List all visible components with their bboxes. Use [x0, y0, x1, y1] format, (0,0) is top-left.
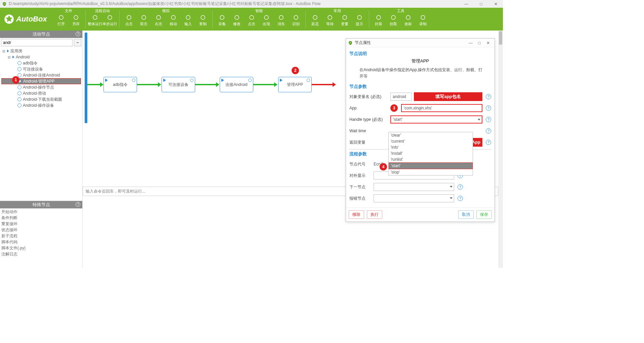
ribbon-item[interactable]: 输入 — [181, 14, 196, 27]
ribbon-item[interactable]: 右击 — [151, 14, 166, 27]
help-icon[interactable]: ? — [486, 94, 491, 99]
svg-point-1 — [59, 15, 63, 19]
param-label: 节点代号 — [349, 161, 372, 167]
flow-arrow — [195, 84, 217, 85]
tree-item[interactable]: 可连接设备 — [1, 66, 81, 72]
tree-item-label: Android-操作设备 — [23, 103, 54, 108]
ribbon-group-title: 文件 — [54, 8, 83, 14]
tree-item[interactable]: ⊟应用类 — [1, 48, 81, 54]
tilde-button[interactable]: ~ — [74, 39, 81, 46]
active-nodes-header: 活动节点 ? — [0, 31, 82, 38]
logo-text: AutoBox — [16, 15, 47, 23]
help-icon[interactable]: ? — [458, 184, 463, 190]
maximize-button[interactable]: □ — [476, 2, 486, 6]
ribbon-item-label: 点击 — [248, 21, 255, 27]
flow-node[interactable]: 可连接设备 — [162, 77, 195, 92]
ribbon-item[interactable]: 出现 — [259, 14, 274, 27]
special-node-item[interactable]: 状态循环 — [1, 227, 81, 233]
help-icon[interactable]: ? — [76, 32, 80, 36]
svg-point-14 — [264, 15, 268, 19]
help-icon[interactable]: ? — [486, 105, 491, 111]
save-button[interactable]: 保存 — [476, 210, 492, 219]
ribbon-item-icon — [420, 14, 426, 21]
ribbon-item[interactable]: 复制 — [196, 14, 210, 27]
ribbon-item[interactable]: 点击 — [244, 14, 259, 27]
flow-node[interactable]: 管理APP — [278, 77, 312, 92]
ribbon-item[interactable]: 变量 — [337, 14, 352, 27]
app-input[interactable]: 'com.xingin.xhs' — [401, 104, 482, 112]
dropdown-option[interactable]: 'start' — [389, 162, 473, 169]
ribbon-item[interactable]: 采集 — [215, 14, 229, 27]
ribbon-item[interactable]: 录制 — [416, 14, 430, 27]
panel-minimize-button[interactable]: — — [466, 41, 475, 45]
ribbon-item[interactable]: 等待 — [323, 14, 337, 27]
special-node-item[interactable]: 脚本代码 — [1, 239, 81, 245]
dropdown-option[interactable]: 'runlist' — [389, 156, 473, 162]
handle-type-select[interactable]: 'start' — [390, 115, 482, 124]
help-icon[interactable]: ? — [486, 117, 491, 122]
play-icon — [163, 79, 166, 82]
tree-item[interactable]: Android-下载当前截图 — [1, 96, 81, 102]
error-node-select[interactable] — [374, 194, 454, 202]
search-input[interactable] — [1, 39, 73, 46]
tree-item[interactable]: Android-滑动 — [1, 90, 81, 96]
tree-item[interactable]: Android-操作设备 — [1, 102, 81, 108]
param-label: 下一节点 — [349, 184, 372, 190]
ribbon-item[interactable]: 提示 — [352, 14, 367, 27]
ribbon-item[interactable]: 消失 — [274, 14, 289, 27]
expander-icon[interactable]: ⊟ — [2, 49, 5, 53]
ribbon-item[interactable]: 封装 — [371, 14, 386, 27]
ribbon-item-icon — [234, 14, 240, 21]
help-icon[interactable]: ? — [76, 202, 80, 207]
ribbon-item[interactable]: 另存 — [69, 14, 83, 27]
canvas-scrollbar[interactable] — [498, 31, 503, 268]
ribbon-item[interactable]: 整体运行 — [88, 14, 102, 27]
tree-item-label: Android-下载当前截图 — [23, 97, 62, 102]
dropdown-option[interactable]: 'info' — [389, 144, 473, 150]
close-button[interactable]: ✕ — [491, 2, 501, 6]
panel-maximize-button[interactable]: □ — [475, 41, 484, 45]
ribbon-item[interactable]: 延迟 — [308, 14, 323, 27]
special-node-item[interactable]: 重复循环 — [1, 221, 81, 227]
dropdown-option[interactable]: 'current' — [389, 138, 473, 144]
left-column: 活动节点 ? ~ ⊟应用类⊟Androidadb指令可连接设备Android-连… — [0, 31, 83, 268]
special-node-item[interactable]: 注解日志 — [1, 251, 81, 257]
flow-node[interactable]: 连接Android — [220, 77, 253, 92]
tree-item[interactable]: Android-操作节点 — [1, 84, 81, 90]
panel-close-button[interactable]: ✕ — [484, 41, 492, 45]
ribbon-item-icon — [73, 14, 79, 21]
ribbon-item[interactable]: 单步运行 — [102, 14, 117, 27]
help-icon[interactable]: ? — [486, 140, 491, 145]
delete-button[interactable]: 移除 — [349, 210, 364, 219]
expander-icon[interactable]: ⊟ — [7, 55, 11, 59]
flow-node[interactable]: adb指令 — [103, 77, 137, 92]
special-node-item[interactable]: 开始动作 — [1, 209, 81, 215]
ribbon-item[interactable]: 识别 — [289, 14, 303, 27]
ribbon-item[interactable]: 打开 — [54, 14, 69, 27]
next-node-select[interactable] — [374, 183, 454, 191]
dropdown-option[interactable]: 'clear' — [389, 132, 473, 138]
cancel-button[interactable]: 取消 — [458, 210, 474, 219]
special-node-item[interactable]: 脚本文件(.py) — [1, 245, 81, 251]
help-icon[interactable]: ? — [458, 196, 463, 201]
ribbon-item-icon — [200, 14, 206, 21]
tree-item[interactable]: adb指令 — [1, 60, 81, 66]
ribbon-item[interactable]: 移动 — [166, 14, 181, 27]
ribbon-item-icon — [293, 14, 299, 21]
start-bar[interactable] — [85, 33, 87, 123]
dropdown-option[interactable]: 'install' — [389, 150, 473, 156]
minimize-button[interactable]: — — [461, 2, 471, 6]
ribbon-item[interactable]: 双击 — [136, 14, 151, 27]
run-button[interactable]: 执行 — [367, 210, 382, 219]
special-node-item[interactable]: 新子流程 — [1, 233, 81, 239]
help-icon[interactable]: ? — [486, 128, 491, 134]
ribbon-item[interactable]: 点击 — [122, 14, 136, 27]
tree-item[interactable]: ⊟Android — [1, 54, 81, 60]
properties-body: 节点说明 管理APP 在Android设备中操作指定的App,操作方式包括安装、… — [346, 47, 495, 207]
ribbon-item[interactable]: 修改 — [229, 14, 244, 27]
dropdown-option[interactable]: 'stop' — [389, 169, 473, 175]
ribbon-item[interactable]: 坐标 — [401, 14, 416, 27]
object-var-input[interactable]: android — [390, 93, 412, 101]
special-node-item[interactable]: 条件判断 — [1, 215, 81, 221]
ribbon-item[interactable]: 拾取 — [386, 14, 401, 27]
